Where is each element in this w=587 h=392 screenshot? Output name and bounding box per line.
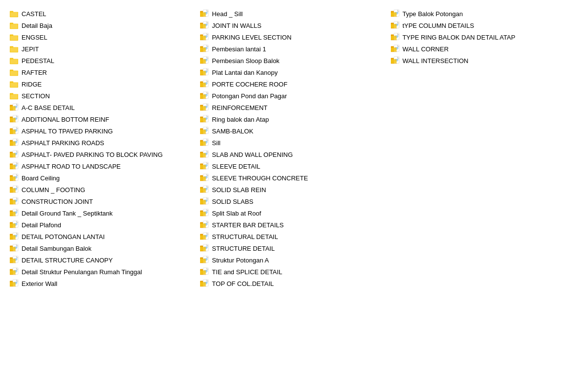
item-label: SOLID SLAB REIN bbox=[212, 186, 266, 194]
item-label: SLAB AND WALL OPENING bbox=[212, 151, 293, 158]
list-item[interactable]: SECTION bbox=[8, 90, 198, 102]
svg-rect-343 bbox=[200, 188, 206, 192]
list-item[interactable]: SLAB AND WALL OPENING bbox=[198, 149, 388, 160]
list-item[interactable]: Sill bbox=[198, 137, 388, 149]
dwg-icon bbox=[200, 80, 209, 88]
list-item[interactable]: PORTE COCHERE ROOF bbox=[198, 78, 388, 90]
item-label: Head _ Sill bbox=[212, 10, 243, 18]
list-item[interactable]: Head _ Sill bbox=[198, 8, 388, 20]
list-item[interactable]: CASTEL bbox=[8, 8, 198, 20]
list-item[interactable]: Pembesian lantai 1 bbox=[198, 43, 388, 55]
list-item[interactable]: Struktur Potongan A bbox=[198, 254, 388, 266]
item-label: Board Ceiling bbox=[22, 174, 60, 182]
file-list: CASTEL Detail Baja ENGSEL JEPIT PEDESTAL… bbox=[8, 8, 579, 289]
list-item[interactable]: TIE and SPLICE DETAIL bbox=[198, 266, 388, 278]
list-item[interactable]: SLEEVE THROUGH CONCRETE bbox=[198, 172, 388, 184]
list-item[interactable]: Detail Plafond bbox=[8, 219, 198, 231]
list-item[interactable]: ASPHAL TO TPAVED PARKING bbox=[8, 125, 198, 137]
list-item[interactable]: A-C BASE DETAIL bbox=[8, 102, 198, 113]
item-label: Detail Ground Tank _ Septiktank bbox=[22, 210, 113, 217]
svg-rect-113 bbox=[10, 200, 16, 204]
dwg-icon bbox=[200, 244, 209, 253]
svg-rect-103 bbox=[10, 188, 16, 192]
item-label: Pembesian lantai 1 bbox=[212, 45, 266, 53]
dwg-icon bbox=[10, 256, 19, 264]
list-item[interactable]: ENGSEL bbox=[8, 31, 198, 43]
item-label: ASPHAL TO TPAVED PARKING bbox=[22, 128, 113, 135]
list-item[interactable]: Board Ceiling bbox=[8, 172, 198, 184]
list-item[interactable]: CONSTRUCTION JOINT bbox=[8, 196, 198, 207]
list-item[interactable]: WALL CORNER bbox=[389, 43, 579, 55]
dwg-icon bbox=[200, 33, 209, 42]
item-label: WALL CORNER bbox=[403, 45, 449, 53]
list-item[interactable]: STARTER BAR DETAILS bbox=[198, 219, 388, 231]
item-label: Pembesian Sloop Balok bbox=[212, 57, 279, 65]
list-item[interactable]: SOLID SLABS bbox=[198, 196, 388, 207]
list-item[interactable]: Type Balok Potongan bbox=[389, 8, 579, 20]
dwg-icon bbox=[200, 232, 209, 241]
svg-rect-383 bbox=[200, 235, 206, 239]
dwg-icon bbox=[200, 209, 209, 218]
list-item[interactable]: WALL INTERSECTION bbox=[389, 55, 579, 66]
list-item[interactable]: JEPIT bbox=[8, 43, 198, 55]
list-item[interactable]: Detail Ground Tank _ Septiktank bbox=[8, 207, 198, 219]
folder-icon bbox=[10, 33, 19, 42]
list-item[interactable]: DETAIL STRUCTURE CANOPY bbox=[8, 254, 198, 266]
list-item[interactable]: COLUMN _ FOOTING bbox=[8, 184, 198, 196]
svg-rect-243 bbox=[200, 71, 206, 75]
list-item[interactable]: SAMB-BALOK bbox=[198, 125, 388, 137]
item-label: REINFORCEMENT bbox=[212, 104, 267, 111]
item-label: JEPIT bbox=[22, 45, 39, 53]
list-item[interactable]: Detail Baja bbox=[8, 20, 198, 31]
list-item[interactable]: STRUCTURAL DETAIL bbox=[198, 231, 388, 242]
list-item[interactable]: Split Slab at Roof bbox=[198, 207, 388, 219]
list-item[interactable]: SLEEVE DETAIL bbox=[198, 160, 388, 172]
svg-rect-373 bbox=[200, 223, 206, 227]
dwg-icon bbox=[10, 150, 19, 159]
item-label: COLUMN _ FOOTING bbox=[22, 186, 85, 194]
list-item[interactable]: Exterior Wall bbox=[8, 278, 198, 289]
svg-rect-17 bbox=[10, 71, 18, 75]
list-item[interactable]: RIDGE bbox=[8, 78, 198, 90]
dwg-icon bbox=[200, 267, 209, 276]
list-item[interactable]: DETAIL POTONGAN LANTAI bbox=[8, 231, 198, 242]
svg-rect-303 bbox=[200, 141, 206, 145]
list-item[interactable]: Detail Struktur Penulangan Rumah Tinggal bbox=[8, 266, 198, 278]
svg-rect-363 bbox=[200, 212, 206, 216]
list-item[interactable]: ASPHALT- PAVED PARKING TO BLOCK PAVING bbox=[8, 149, 198, 160]
list-item[interactable]: Detail Sambungan Balok bbox=[8, 242, 198, 254]
list-item[interactable]: REINFORCEMENT bbox=[198, 102, 388, 113]
folder-icon bbox=[10, 68, 19, 77]
list-item[interactable]: ADDITIONAL BOTTOM REINF bbox=[8, 113, 198, 125]
list-item[interactable]: RAFTER bbox=[8, 66, 198, 78]
list-item[interactable]: SOLID SLAB REIN bbox=[198, 184, 388, 196]
item-label: PARKING LEVEL SECTION bbox=[212, 34, 292, 41]
list-item[interactable]: STRUCTURE DETAIL bbox=[198, 242, 388, 254]
list-item[interactable]: Pembesian Sloop Balok bbox=[198, 55, 388, 66]
svg-rect-183 bbox=[10, 282, 16, 286]
dwg-icon bbox=[10, 209, 19, 218]
svg-rect-213 bbox=[200, 36, 206, 40]
list-item[interactable]: TOP OF COL.DETAIL bbox=[198, 278, 388, 289]
dwg-icon bbox=[200, 115, 209, 124]
item-label: SLEEVE DETAIL bbox=[212, 163, 260, 170]
list-item[interactable]: TYPE RING BALOK DAN DETAIL ATAP bbox=[389, 31, 579, 43]
dwg-icon bbox=[10, 267, 19, 276]
item-label: Exterior Wall bbox=[22, 280, 57, 287]
list-item[interactable]: JOINT IN WALLS bbox=[198, 20, 388, 31]
dwg-icon bbox=[200, 56, 209, 65]
list-item[interactable]: PEDESTAL bbox=[8, 55, 198, 66]
dwg-icon bbox=[200, 91, 209, 100]
list-item[interactable]: Potongan Pond dan Pagar bbox=[198, 90, 388, 102]
list-item[interactable]: ASPHALT PARKING ROADS bbox=[8, 137, 198, 149]
list-item[interactable]: PARKING LEVEL SECTION bbox=[198, 31, 388, 43]
svg-rect-123 bbox=[10, 212, 16, 216]
list-item[interactable]: ASPHALT ROAD TO LANDSCAPE bbox=[8, 160, 198, 172]
list-item[interactable]: tYPE COLUMN DETAILS bbox=[389, 20, 579, 31]
svg-rect-93 bbox=[10, 176, 16, 180]
item-label: ASPHALT ROAD TO LANDSCAPE bbox=[22, 163, 121, 170]
list-item[interactable]: Plat Lantai dan Kanopy bbox=[198, 66, 388, 78]
folder-icon bbox=[10, 9, 19, 18]
dwg-icon bbox=[391, 33, 400, 42]
list-item[interactable]: Ring balok dan Atap bbox=[198, 113, 388, 125]
